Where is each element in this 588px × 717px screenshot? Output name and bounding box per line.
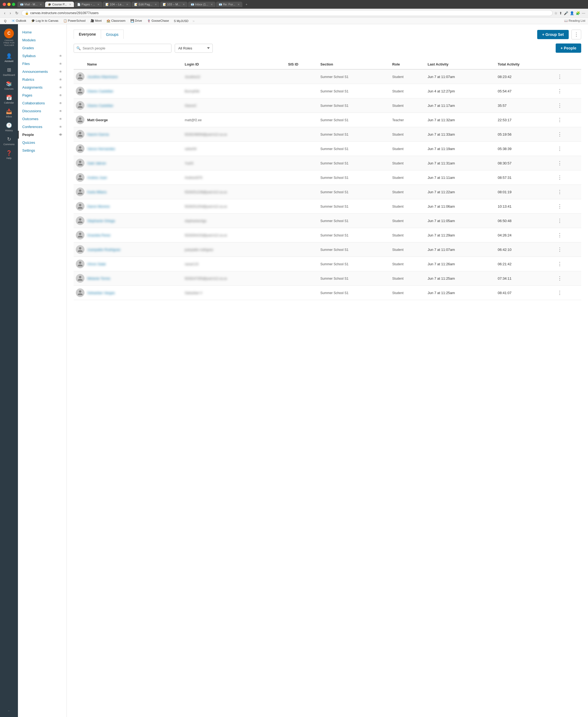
profile-icon[interactable]: 👤: [570, 11, 574, 15]
person-actions-button[interactable]: ⋮: [556, 116, 564, 123]
discussions-visibility-icon[interactable]: 👁: [59, 109, 62, 113]
page-options-button[interactable]: ⋮: [571, 29, 581, 39]
person-name-link[interactable]: Juanpablo Rodriguez: [87, 248, 121, 252]
nav-rubrics[interactable]: Rubrics 👁: [18, 76, 67, 83]
person-name-link[interactable]: Glares Castellan: [87, 89, 113, 93]
more-icon[interactable]: ⋯: [582, 11, 585, 15]
nav-syllabus[interactable]: Syllabus 👁: [18, 52, 67, 60]
bookmark-canvas[interactable]: 🎓 Log In to Canvas: [30, 19, 60, 23]
sidebar-item-inbox[interactable]: 📥 Inbox: [1, 106, 17, 120]
forward-button[interactable]: ›: [8, 10, 13, 16]
search-input[interactable]: [74, 44, 171, 53]
nav-grades[interactable]: Grades: [18, 44, 67, 52]
role-select[interactable]: All Roles Teacher Student TA Designer Ob…: [175, 44, 213, 53]
sidebar-item-help[interactable]: ❓ Help: [1, 148, 17, 162]
tab-inbox[interactable]: 📧Inbox (1...✕: [188, 2, 215, 7]
minimize-button[interactable]: [7, 3, 10, 6]
person-name-link[interactable]: Ahron Salat: [87, 262, 106, 266]
tab-forum[interactable]: 📧Re: For...✕: [216, 2, 243, 7]
person-actions-button[interactable]: ⋮: [556, 160, 564, 167]
people-visibility-icon[interactable]: 👁: [59, 133, 62, 137]
person-actions-button[interactable]: ⋮: [556, 260, 564, 267]
sidebar-item-courses[interactable]: 📚 Courses: [1, 79, 17, 93]
bookmark-drive[interactable]: 💾 Drive: [129, 19, 144, 23]
nav-files[interactable]: Files 👁: [18, 60, 67, 68]
nav-collaborations[interactable]: Collaborations 👁: [18, 99, 67, 107]
refresh-button[interactable]: ↻: [14, 10, 20, 16]
sidebar-item-collapse[interactable]: ←: [1, 707, 17, 714]
puzzle-icon[interactable]: 🧩: [576, 11, 580, 15]
share-icon[interactable]: ⬆: [559, 11, 562, 15]
sidebar-item-account[interactable]: 👤 Account: [1, 51, 17, 65]
mic-icon[interactable]: 🎤: [564, 11, 568, 15]
tab-groups[interactable]: Groups: [101, 29, 124, 39]
sidebar-item-calendar[interactable]: 📅 Calendar: [1, 93, 17, 106]
tab-course[interactable]: 🎓Course P...✕: [45, 2, 74, 7]
bookmark-q[interactable]: Q: [3, 19, 8, 23]
person-actions-button[interactable]: ⋮: [556, 102, 564, 109]
syllabus-visibility-icon[interactable]: 👁: [59, 54, 62, 58]
person-name-link[interactable]: Daron Moreno: [87, 204, 110, 208]
tab-mail[interactable]: 📧Mail - M...✕: [17, 2, 45, 7]
nav-home[interactable]: Home: [18, 28, 67, 36]
conferences-visibility-icon[interactable]: 👁: [59, 125, 62, 129]
maximize-button[interactable]: [12, 3, 15, 6]
reading-list[interactable]: 📖 Reading List: [564, 19, 585, 23]
back-button[interactable]: ‹: [3, 10, 7, 16]
nav-announcements[interactable]: Announcements 👁: [18, 68, 67, 76]
nav-assignments[interactable]: Assignments 👁: [18, 83, 67, 91]
tab-edit-page[interactable]: 📝Edit Pag...✕: [131, 2, 160, 7]
nav-settings[interactable]: Settings: [18, 146, 67, 155]
add-people-button[interactable]: + People: [556, 43, 581, 53]
person-actions-button[interactable]: ⋮: [556, 145, 564, 152]
nav-outcomes[interactable]: Outcomes 👁: [18, 115, 67, 123]
bookmark-goosechase[interactable]: 🪢 GooseChase: [146, 19, 170, 23]
person-name-link[interactable]: Vance Hernandez: [87, 147, 115, 151]
outcomes-visibility-icon[interactable]: 👁: [59, 117, 62, 121]
person-name-link[interactable]: Sebastian Vargas: [87, 291, 115, 295]
tab-everyone[interactable]: Everyone: [74, 29, 101, 39]
bookmark-meet[interactable]: 🎥 Meet: [89, 19, 103, 23]
sidebar-item-history[interactable]: 🕐 History: [1, 120, 17, 134]
person-name-link[interactable]: Melanie Torres: [87, 276, 110, 281]
sidebar-item-commons[interactable]: ↻ Commons: [1, 134, 17, 148]
pages-visibility-icon[interactable]: 👁: [59, 94, 62, 97]
group-set-button[interactable]: + Group Set: [537, 30, 569, 39]
person-name-link[interactable]: Naomi Garcia: [87, 132, 109, 137]
collaborations-visibility-icon[interactable]: 👁: [59, 101, 62, 105]
person-name-link[interactable]: Said Jabran: [87, 161, 106, 165]
assignments-visibility-icon[interactable]: 👁: [59, 86, 62, 89]
sidebar-item-dashboard[interactable]: ⊞ Dashboard: [1, 65, 17, 79]
tab-104[interactable]: 📝104 – Le...✕: [103, 2, 131, 7]
person-actions-button[interactable]: ⋮: [556, 73, 564, 80]
rubrics-visibility-icon[interactable]: 👁: [59, 78, 62, 82]
person-name-link[interactable]: Karla Milans: [87, 190, 107, 194]
bookmark-myjusd[interactable]: S MyJUSD: [172, 19, 190, 23]
person-name-link[interactable]: Graciela Perez: [87, 233, 111, 237]
person-actions-button[interactable]: ⋮: [556, 246, 564, 253]
bookmark-classroom[interactable]: 🏫 Classroom: [105, 19, 127, 23]
new-tab-button[interactable]: +: [243, 2, 250, 7]
window-controls[interactable]: [3, 3, 15, 6]
nav-conferences[interactable]: Conferences 👁: [18, 123, 67, 131]
person-name-link[interactable]: Andres Juan: [87, 176, 107, 180]
files-visibility-icon[interactable]: 👁: [59, 62, 62, 66]
person-actions-button[interactable]: ⋮: [556, 217, 564, 224]
star-icon[interactable]: ☆: [554, 11, 558, 15]
person-actions-button[interactable]: ⋮: [556, 203, 564, 210]
bookmark-powerschool[interactable]: 📋 PowerSchool: [62, 19, 87, 23]
person-name-link[interactable]: Joceline Altamirano: [87, 75, 118, 79]
person-actions-button[interactable]: ⋮: [556, 188, 564, 196]
nav-modules[interactable]: Modules: [18, 36, 67, 44]
person-actions-button[interactable]: ⋮: [556, 87, 564, 95]
person-name-link[interactable]: Glares Castellan: [87, 104, 113, 108]
close-button[interactable]: [3, 3, 6, 6]
person-name-link[interactable]: Stephanie Ortega: [87, 219, 115, 223]
person-actions-button[interactable]: ⋮: [556, 174, 564, 181]
person-actions-button[interactable]: ⋮: [556, 131, 564, 138]
nav-quizzes[interactable]: Quizzes: [18, 139, 67, 146]
person-actions-button[interactable]: ⋮: [556, 275, 564, 282]
nav-discussions[interactable]: Discussions 👁: [18, 107, 67, 115]
person-actions-button[interactable]: ⋮: [556, 231, 564, 239]
nav-people[interactable]: People 👁: [18, 131, 67, 139]
